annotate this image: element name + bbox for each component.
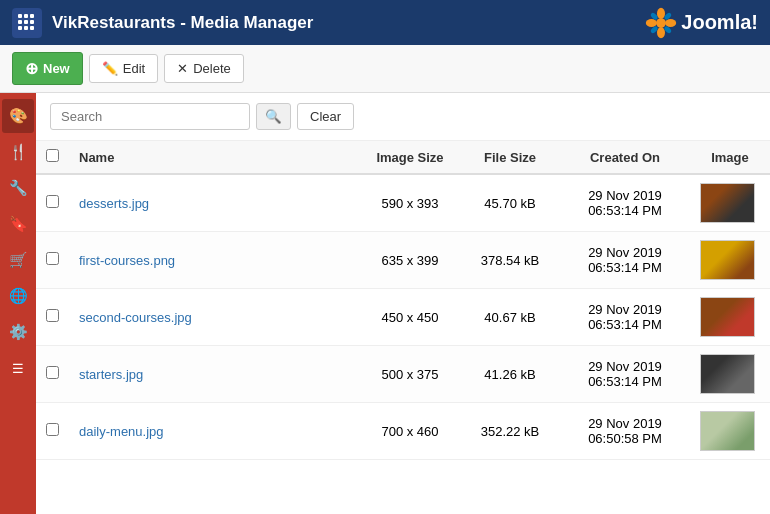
thumbnail <box>700 183 755 223</box>
sidebar-item-settings[interactable]: ⚙️ <box>2 315 34 349</box>
delete-button[interactable]: ✕ Delete <box>164 54 244 83</box>
svg-rect-5 <box>30 20 34 24</box>
row-image-size: 590 x 393 <box>360 174 460 232</box>
row-file-size: 41.26 kB <box>460 346 560 403</box>
table-row: first-courses.png 635 x 399 378.54 kB 29… <box>36 232 770 289</box>
file-link[interactable]: second-courses.jpg <box>79 310 192 325</box>
table-row: starters.jpg 500 x 375 41.26 kB 29 Nov 2… <box>36 346 770 403</box>
row-name: first-courses.png <box>69 232 360 289</box>
svg-rect-8 <box>30 26 34 30</box>
row-name: daily-menu.jpg <box>69 403 360 460</box>
svg-rect-7 <box>24 26 28 30</box>
sidebar-item-wrench[interactable]: 🔧 <box>2 171 34 205</box>
svg-point-10 <box>657 7 665 18</box>
search-button[interactable]: 🔍 <box>256 103 291 130</box>
file-link[interactable]: desserts.jpg <box>79 196 149 211</box>
app-icon <box>12 8 42 38</box>
cart-icon: 🛒 <box>9 251 28 269</box>
sidebar-item-menu[interactable]: ☰ <box>2 351 34 385</box>
row-name: starters.jpg <box>69 346 360 403</box>
joomla-logo: Joomla! <box>645 7 758 39</box>
settings-icon: ⚙️ <box>9 323 28 341</box>
table-row: desserts.jpg 590 x 393 45.70 kB 29 Nov 2… <box>36 174 770 232</box>
row-checkbox[interactable] <box>46 252 59 265</box>
select-all-checkbox[interactable] <box>46 149 59 162</box>
row-created-on: 29 Nov 201906:50:58 PM <box>560 403 690 460</box>
row-file-size: 352.22 kB <box>460 403 560 460</box>
row-checkbox[interactable] <box>46 423 59 436</box>
col-checkbox <box>36 141 69 174</box>
row-image-thumb <box>690 232 770 289</box>
row-checkbox-cell <box>36 232 69 289</box>
main-content: 🔍 Clear Name Image Size File Size Creat <box>36 93 770 514</box>
utensils-icon: 🍴 <box>9 143 28 161</box>
file-link[interactable]: starters.jpg <box>79 367 143 382</box>
row-checkbox-cell <box>36 346 69 403</box>
menu-icon: ☰ <box>12 361 24 376</box>
clear-button[interactable]: Clear <box>297 103 354 130</box>
search-icon: 🔍 <box>265 109 282 124</box>
svg-rect-0 <box>18 14 22 18</box>
plus-icon: ⊕ <box>25 59 38 78</box>
svg-point-13 <box>646 19 657 27</box>
file-link[interactable]: daily-menu.jpg <box>79 424 164 439</box>
sidebar-item-globe[interactable]: 🌐 <box>2 279 34 313</box>
header: VikRestaurants - Media Manager Joomla! <box>0 0 770 45</box>
row-image-size: 700 x 460 <box>360 403 460 460</box>
page-title: VikRestaurants - Media Manager <box>52 13 645 33</box>
row-image-thumb <box>690 289 770 346</box>
table-row: second-courses.jpg 450 x 450 40.67 kB 29… <box>36 289 770 346</box>
row-image-size: 635 x 399 <box>360 232 460 289</box>
sidebar-item-utensils[interactable]: 🍴 <box>2 135 34 169</box>
col-created-on: Created On <box>560 141 690 174</box>
new-button[interactable]: ⊕ New <box>12 52 83 85</box>
row-name: second-courses.jpg <box>69 289 360 346</box>
table-header-row: Name Image Size File Size Created On Ima… <box>36 141 770 174</box>
row-image-thumb <box>690 403 770 460</box>
svg-rect-3 <box>18 20 22 24</box>
row-checkbox[interactable] <box>46 366 59 379</box>
thumbnail <box>700 354 755 394</box>
edit-button[interactable]: ✏️ Edit <box>89 54 158 83</box>
wrench-icon: 🔧 <box>9 179 28 197</box>
row-file-size: 40.67 kB <box>460 289 560 346</box>
row-image-size: 500 x 375 <box>360 346 460 403</box>
svg-rect-6 <box>18 26 22 30</box>
row-checkbox[interactable] <box>46 309 59 322</box>
col-image-size: Image Size <box>360 141 460 174</box>
row-checkbox[interactable] <box>46 195 59 208</box>
body-layout: 🎨 🍴 🔧 🔖 🛒 🌐 ⚙️ ☰ 🔍 <box>0 93 770 514</box>
row-created-on: 29 Nov 201906:53:14 PM <box>560 174 690 232</box>
media-table: Name Image Size File Size Created On Ima… <box>36 141 770 460</box>
sidebar: 🎨 🍴 🔧 🔖 🛒 🌐 ⚙️ ☰ <box>0 93 36 514</box>
sidebar-item-bookmark[interactable]: 🔖 <box>2 207 34 241</box>
svg-point-12 <box>657 27 665 38</box>
row-image-thumb <box>690 174 770 232</box>
thumbnail <box>700 297 755 337</box>
sidebar-item-cart[interactable]: 🛒 <box>2 243 34 277</box>
bookmark-icon: 🔖 <box>9 215 28 233</box>
sidebar-item-palette[interactable]: 🎨 <box>2 99 34 133</box>
row-created-on: 29 Nov 201906:53:14 PM <box>560 232 690 289</box>
col-name: Name <box>69 141 360 174</box>
row-file-size: 378.54 kB <box>460 232 560 289</box>
row-created-on: 29 Nov 201906:53:14 PM <box>560 289 690 346</box>
row-created-on: 29 Nov 201906:53:14 PM <box>560 346 690 403</box>
svg-rect-4 <box>24 20 28 24</box>
palette-icon: 🎨 <box>9 107 28 125</box>
table-row: daily-menu.jpg 700 x 460 352.22 kB 29 No… <box>36 403 770 460</box>
thumbnail <box>700 240 755 280</box>
edit-icon: ✏️ <box>102 61 118 76</box>
row-image-thumb <box>690 346 770 403</box>
file-link[interactable]: first-courses.png <box>79 253 175 268</box>
search-input[interactable] <box>50 103 250 130</box>
row-file-size: 45.70 kB <box>460 174 560 232</box>
delete-icon: ✕ <box>177 61 188 76</box>
svg-point-9 <box>657 18 667 28</box>
row-checkbox-cell <box>36 174 69 232</box>
row-name: desserts.jpg <box>69 174 360 232</box>
col-image: Image <box>690 141 770 174</box>
svg-rect-1 <box>24 14 28 18</box>
row-checkbox-cell <box>36 403 69 460</box>
row-image-size: 450 x 450 <box>360 289 460 346</box>
